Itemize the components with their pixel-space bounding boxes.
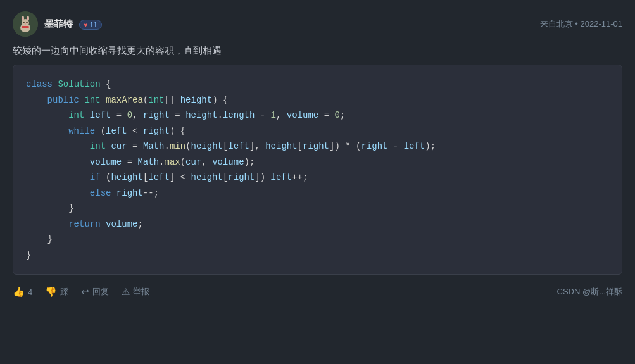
reply-icon: ↩ <box>81 286 89 298</box>
dislike-icon: 👎 <box>45 286 57 298</box>
username: 墨菲特 <box>44 18 73 29</box>
dislike-label: 踩 <box>60 286 68 298</box>
code-line-11: } <box>26 232 609 248</box>
heart-icon: ♥ <box>84 22 87 28</box>
dislike-button[interactable]: 👎 踩 <box>45 286 68 298</box>
level-badge: ♥ 11 <box>79 20 101 30</box>
code-line-4: while (left < right) { <box>26 123 609 139</box>
reply-button[interactable]: ↩ 回复 <box>81 286 109 298</box>
svg-point-9 <box>25 23 26 24</box>
like-icon: 👍 <box>13 286 25 298</box>
level-number: 11 <box>89 21 97 28</box>
post-container: 墨菲特 ♥ 11 来自北京 • 2022-11-01 较矮的一边向中间收缩寻找更… <box>0 0 635 364</box>
code-line-5: int cur = Math.min(height[left], height[… <box>26 139 609 154</box>
code-line-6: volume = Math.max(cur, volume); <box>26 154 609 170</box>
code-line-12: } <box>26 248 609 263</box>
report-label: 举报 <box>133 286 149 298</box>
report-button[interactable]: ⚠ 举报 <box>122 286 149 298</box>
code-line-7: if (height[left] < height[right]) left++… <box>26 170 609 185</box>
post-footer: 👍 4 👎 踩 ↩ 回复 ⚠ 举报 CSDN @断...禅酥 <box>13 286 622 298</box>
code-line-2: public int maxArea(int[] height) { <box>26 92 609 108</box>
code-line-8: else right--; <box>26 185 609 201</box>
like-button[interactable]: 👍 4 <box>13 286 32 298</box>
code-line-1: class Solution { <box>26 77 609 92</box>
post-meta: 来自北京 • 2022-11-01 <box>540 18 622 30</box>
user-info: 墨菲特 ♥ 11 <box>13 11 102 37</box>
avatar <box>13 11 38 37</box>
report-icon: ⚠ <box>122 286 130 298</box>
svg-point-8 <box>26 22 27 23</box>
code-block: class Solution { public int maxArea(int[… <box>13 65 622 275</box>
reply-label: 回复 <box>92 286 109 298</box>
post-description: 较矮的一边向中间收缩寻找更大的容积，直到相遇 <box>13 43 622 58</box>
post-header: 墨菲特 ♥ 11 来自北京 • 2022-11-01 <box>13 11 622 37</box>
code-line-3: int left = 0, right = height.length - 1,… <box>26 108 609 123</box>
svg-rect-10 <box>22 26 29 28</box>
like-count: 4 <box>28 287 32 297</box>
svg-point-5 <box>22 17 23 20</box>
actions-bar: 👍 4 👎 踩 ↩ 回复 ⚠ 举报 <box>13 286 149 298</box>
csdn-credit: CSDN @断...禅酥 <box>557 286 622 298</box>
svg-point-7 <box>23 22 24 23</box>
username-area: 墨菲特 ♥ 11 <box>44 18 102 30</box>
code-line-10: return volume; <box>26 217 609 232</box>
svg-point-6 <box>27 17 28 20</box>
code-line-9: } <box>26 201 609 217</box>
